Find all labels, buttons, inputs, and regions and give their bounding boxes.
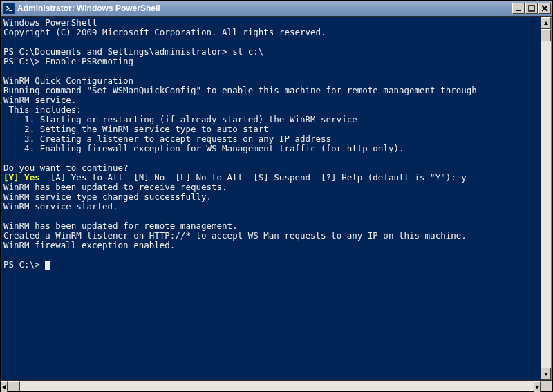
cursor — [45, 261, 50, 270]
titlebar[interactable]: Administrator: Windows PowerShell — [1, 1, 552, 16]
console-line: 2. Setting the WinRM service type to aut… — [3, 124, 269, 134]
console-line: WinRM Quick Configuration — [3, 75, 133, 86]
prompt-options: [A] Yes to All [N] No [L] No to All [S] … — [40, 172, 467, 183]
powershell-window: Administrator: Windows PowerShell Window… — [0, 0, 553, 392]
minimize-button[interactable] — [512, 3, 525, 14]
console-line: Running command "Set-WSManQuickConfig" t… — [3, 85, 477, 95]
powershell-icon — [3, 3, 15, 14]
console-line: PS C:\Documents and Settings\administrat… — [3, 46, 263, 57]
horizontal-scroll-track[interactable] — [8, 381, 534, 391]
console-line: 4. Enabling firewall exception for WS-Ma… — [3, 143, 404, 153]
horizontal-scrollbar[interactable] — [1, 381, 541, 391]
confirm-prompt-line: [Y] Yes [A] Yes to All [N] No [L] No to … — [3, 173, 539, 183]
console-output[interactable]: Windows PowerShell Copyright (C) 2009 Mi… — [1, 16, 541, 380]
maximize-button[interactable] — [525, 3, 538, 14]
window-title: Administrator: Windows PowerShell — [17, 3, 512, 13]
console-line: WinRM service type changed successfully. — [3, 192, 212, 202]
console-line: WinRM has been updated for remote manage… — [3, 221, 238, 231]
svg-rect-2 — [516, 10, 521, 11]
console-line: WinRM service started. — [3, 201, 118, 212]
scroll-right-button[interactable] — [534, 381, 541, 392]
scrollbar-corner — [541, 381, 552, 391]
scroll-left-button[interactable] — [1, 381, 8, 392]
console-line: Copyright (C) 2009 Microsoft Corporation… — [3, 27, 326, 37]
scroll-down-button[interactable] — [541, 368, 551, 380]
console-line: Do you want to continue? — [3, 162, 129, 173]
horizontal-scroll-thumb[interactable] — [8, 381, 20, 391]
close-button[interactable] — [538, 3, 551, 14]
console-line: WinRM firewall exception enabled. — [3, 240, 175, 250]
console-line: Windows PowerShell — [3, 17, 97, 28]
console-line: 1. Starting or restarting (if already st… — [3, 114, 357, 124]
scroll-up-button[interactable] — [541, 17, 551, 29]
prompt-line[interactable]: PS C:\> — [3, 259, 45, 270]
console-line: PS C:\> Enable-PSRemoting — [3, 56, 133, 66]
console-line: 3. Creating a listener to accept request… — [3, 133, 331, 144]
console-line: WinRM has been updated to receive reques… — [3, 182, 227, 192]
console-line: WinRM service. — [3, 95, 76, 105]
vertical-scroll-thumb[interactable] — [541, 29, 551, 41]
console-area: Windows PowerShell Copyright (C) 2009 Mi… — [1, 16, 552, 391]
svg-rect-1 — [9, 10, 12, 11]
vertical-scroll-track[interactable] — [541, 29, 551, 368]
default-choice: [Y] Yes — [3, 172, 40, 183]
console-line: Created a WinRM listener on HTTP://* to … — [3, 230, 467, 241]
console-line: This includes: — [3, 104, 82, 115]
window-controls — [512, 3, 551, 14]
vertical-scrollbar[interactable] — [541, 16, 552, 380]
svg-rect-3 — [529, 6, 534, 11]
